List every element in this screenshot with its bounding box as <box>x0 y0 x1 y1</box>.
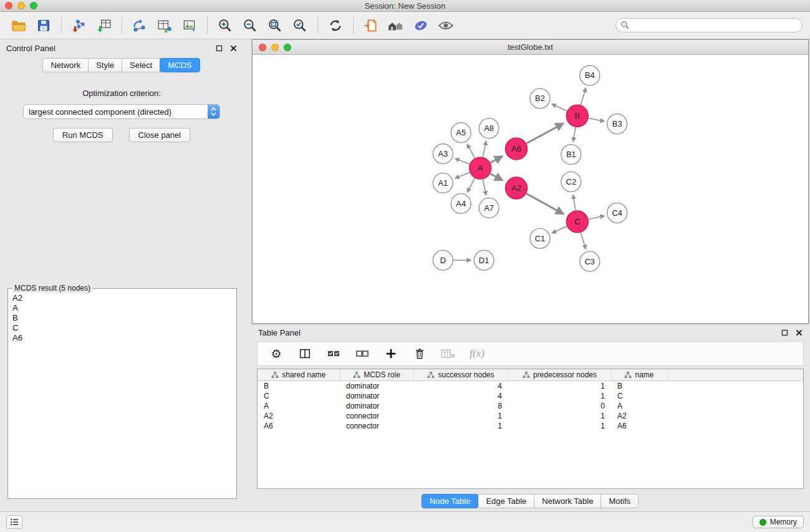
refresh-button[interactable] <box>324 14 347 37</box>
node-B3[interactable]: B3 <box>607 114 627 134</box>
node-A5[interactable]: A5 <box>451 123 471 143</box>
node-A7[interactable]: A7 <box>479 198 499 218</box>
table-tab-network-table[interactable]: Network Table <box>534 494 601 508</box>
result-item[interactable]: A6 <box>11 333 233 343</box>
edge-B-B1[interactable] <box>573 127 576 142</box>
result-item[interactable]: A2 <box>11 293 233 303</box>
zoom-window-button[interactable] <box>30 2 37 9</box>
result-item[interactable]: A <box>11 303 233 313</box>
edge-C-C3[interactable] <box>581 233 586 249</box>
node-A8[interactable]: A8 <box>479 118 499 138</box>
node-C4[interactable]: C4 <box>607 203 627 223</box>
zoom-in-button[interactable] <box>214 14 236 37</box>
select-all-button[interactable] <box>325 345 342 362</box>
node-B2[interactable]: B2 <box>530 89 550 109</box>
close-panel-button[interactable] <box>230 45 237 52</box>
edge-C-C2[interactable] <box>573 195 576 210</box>
import-network-button[interactable] <box>68 14 90 37</box>
show-details-button[interactable] <box>435 14 457 37</box>
node-D1[interactable]: D1 <box>474 250 494 270</box>
table-row[interactable]: A2connector11A2 <box>258 411 803 421</box>
float-panel-button[interactable] <box>216 45 223 52</box>
save-session-button[interactable] <box>32 14 55 37</box>
edge-B-B4[interactable] <box>581 88 586 105</box>
column-header[interactable]: name <box>611 369 667 381</box>
memory-button[interactable]: Memory <box>753 516 804 528</box>
minimize-window-button[interactable] <box>17 2 25 9</box>
tab-mcds[interactable]: MCDS <box>160 58 200 72</box>
delete-table-button[interactable] <box>440 345 457 362</box>
node-C1[interactable]: C1 <box>530 228 550 248</box>
network-canvas[interactable]: B4B2BB3A8A5A6B1A3AC2A1A2A4A7C4CC1C3DD1 <box>253 55 808 323</box>
show-columns-button[interactable] <box>296 345 314 362</box>
column-header[interactable]: shared name <box>258 369 340 381</box>
node-C[interactable]: C <box>566 211 588 233</box>
table-tab-edge-table[interactable]: Edge Table <box>478 494 534 508</box>
column-header[interactable]: MCDS role <box>340 369 413 381</box>
node-A[interactable]: A <box>470 157 491 179</box>
zoom-fit-button[interactable] <box>264 14 286 37</box>
open-session-button[interactable] <box>7 14 30 37</box>
edge-A-A1[interactable] <box>455 172 470 178</box>
import-table-button[interactable] <box>93 14 115 37</box>
result-item[interactable]: B <box>11 313 233 323</box>
edge-A2-C[interactable] <box>526 193 563 214</box>
node-D[interactable]: D <box>433 250 453 270</box>
table-row[interactable]: Cdominator41C <box>258 391 803 401</box>
node-A2[interactable]: A2 <box>506 177 528 199</box>
new-table-button[interactable] <box>153 14 176 37</box>
node-B4[interactable]: B4 <box>580 65 600 85</box>
export-image-button[interactable] <box>178 14 201 37</box>
node-A4[interactable]: A4 <box>451 194 471 214</box>
network-close-button[interactable] <box>259 44 266 51</box>
network-minimize-button[interactable] <box>271 44 279 51</box>
table-tab-node-table[interactable]: Node Table <box>422 494 479 508</box>
zoom-selected-button[interactable] <box>289 14 311 37</box>
check-badge-button[interactable] <box>410 14 432 37</box>
edge-B-B3[interactable] <box>589 118 604 121</box>
edge-A-A3[interactable] <box>455 158 470 164</box>
node-A6[interactable]: A6 <box>506 138 528 160</box>
delete-column-button[interactable] <box>411 345 428 362</box>
result-item[interactable]: C <box>11 323 233 333</box>
close-panel-action-button[interactable]: Close panel <box>129 128 191 142</box>
node-A3[interactable]: A3 <box>433 144 453 164</box>
tab-network[interactable]: Network <box>42 58 89 72</box>
table-tab-motifs[interactable]: Motifs <box>600 494 639 508</box>
table-settings-button[interactable]: ⚙ <box>268 345 285 362</box>
node-B[interactable]: B <box>566 105 588 127</box>
document-arrow-button[interactable] <box>360 14 382 37</box>
edge-A-A5[interactable] <box>467 144 475 158</box>
zoom-out-button[interactable] <box>239 14 261 37</box>
float-table-panel-button[interactable] <box>781 329 788 336</box>
edge-A-A8[interactable] <box>483 141 486 157</box>
node-C3[interactable]: C3 <box>580 251 600 271</box>
column-header[interactable]: successor nodes <box>413 369 508 381</box>
function-builder-button[interactable]: f(x) <box>468 345 486 362</box>
node-A1[interactable]: A1 <box>433 173 453 193</box>
run-mcds-button[interactable]: Run MCDS <box>53 128 113 142</box>
add-column-button[interactable] <box>382 345 400 362</box>
edge-C-C4[interactable] <box>589 216 604 219</box>
edge-A-A6[interactable] <box>490 157 502 163</box>
edge-A-A7[interactable] <box>483 180 486 195</box>
deselect-all-button[interactable] <box>354 345 371 362</box>
criterion-dropdown[interactable]: largest connected component (directed) <box>23 104 220 119</box>
new-network-button[interactable] <box>128 14 151 37</box>
close-table-panel-button[interactable] <box>796 329 803 336</box>
table-row[interactable]: A6connector11A6 <box>258 421 803 431</box>
column-header[interactable]: predecessor nodes <box>508 369 611 381</box>
node-B1[interactable]: B1 <box>561 145 581 165</box>
table-row[interactable]: Adominator80A <box>258 401 803 411</box>
node-C2[interactable]: C2 <box>561 172 581 192</box>
close-window-button[interactable] <box>5 2 12 9</box>
search-input[interactable] <box>615 18 803 32</box>
table-row[interactable]: Bdominator41B <box>258 381 803 392</box>
edge-C-C1[interactable] <box>552 226 567 233</box>
edge-A-A4[interactable] <box>467 178 475 192</box>
edge-A-A2[interactable] <box>490 173 502 180</box>
task-history-button[interactable] <box>6 515 22 529</box>
edge-B-B2[interactable] <box>552 104 567 111</box>
network-zoom-button[interactable] <box>284 44 291 51</box>
edge-A6-B[interactable] <box>526 123 563 143</box>
